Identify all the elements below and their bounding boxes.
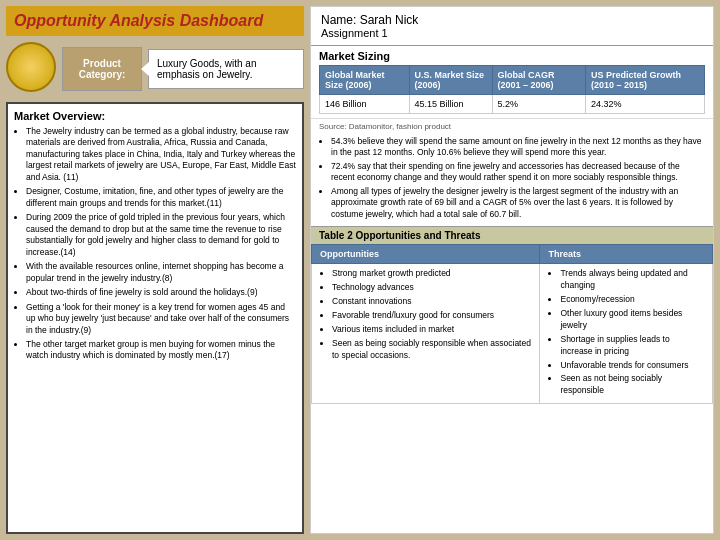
table-data-cell: 146 Billion <box>320 95 410 114</box>
table-data-cell: 45.15 Billion <box>409 95 492 114</box>
table-data-cell: 24.32% <box>586 95 705 114</box>
left-panel: Opportunity Analysis Dashboard Product C… <box>0 0 310 540</box>
threats-cell: Trends always being updated and changing… <box>540 264 713 404</box>
dashboard-title: Opportunity Analysis Dashboard <box>6 6 304 36</box>
list-item: Designer, Costume, imitation, fine, and … <box>26 186 296 209</box>
gold-circle-icon <box>6 42 56 92</box>
name-assignment-box: Name: Sarah Nick Assignment 1 <box>311 7 713 46</box>
assignment-label: Assignment 1 <box>321 27 703 39</box>
table-header-cell: Global Market Size (2006) <box>320 66 410 95</box>
list-item: Getting a 'look for their money' is a ke… <box>26 302 296 336</box>
list-item: Seen as not being sociably responsible <box>560 373 704 397</box>
threats-list: Trends always being updated and changing… <box>548 268 704 397</box>
list-item: 54.3% believe they will spend the same a… <box>331 136 705 159</box>
product-category-box: Product Category: Luxury Goods, with an … <box>6 42 304 96</box>
list-item: Technology advances <box>332 282 531 294</box>
list-item: About two-thirds of fine jewelry is sold… <box>26 287 296 298</box>
list-item: Various items included in market <box>332 324 531 336</box>
product-description: Luxury Goods, with an emphasis on Jewelr… <box>148 49 304 89</box>
list-item: Strong market growth predicted <box>332 268 531 280</box>
list-item: Favorable trend/luxury good for consumer… <box>332 310 531 322</box>
table-header-row: Global Market Size (2006)U.S. Market Siz… <box>320 66 705 95</box>
opp-threats-data-row: Strong market growth predictedTechnology… <box>312 264 713 404</box>
opportunities-cell: Strong market growth predictedTechnology… <box>312 264 540 404</box>
threats-header: Threats <box>540 245 713 264</box>
market-overview-box: Market Overview: The Jewelry industry ca… <box>6 102 304 534</box>
list-item: Constant innovations <box>332 296 531 308</box>
product-label: Product Category: <box>62 47 142 91</box>
list-item: Seen as being sociably responsible when … <box>332 338 531 362</box>
opportunities-list: Strong market growth predictedTechnology… <box>320 268 531 361</box>
list-item: The Jewelry industry can be termed as a … <box>26 126 296 183</box>
table-data-cell: 5.2% <box>492 95 586 114</box>
market-sizing-table: Global Market Size (2006)U.S. Market Siz… <box>319 65 705 114</box>
market-sizing-title: Market Sizing <box>319 50 705 62</box>
opp-threats-title: Table 2 Opportunities and Threats <box>311 226 713 244</box>
decorative-area <box>6 42 56 92</box>
list-item: Unfavorable trends for consumers <box>560 360 704 372</box>
source-text: Source: Datamonitor, fashion product <box>311 118 713 134</box>
table-data-row: 146 Billion45.15 Billion5.2%24.32% <box>320 95 705 114</box>
list-item: Economy/recession <box>560 294 704 306</box>
page-wrapper: Opportunity Analysis Dashboard Product C… <box>0 0 720 540</box>
table-header-cell: US Predicted Growth (2010 – 2015) <box>586 66 705 95</box>
list-item: During 2009 the price of gold tripled in… <box>26 212 296 258</box>
market-overview-title: Market Overview: <box>14 110 296 122</box>
list-item: The other target market group is men buy… <box>26 339 296 362</box>
opp-threats-table: Opportunities Threats Strong market grow… <box>311 244 713 404</box>
table-header-cell: Global CAGR (2001 – 2006) <box>492 66 586 95</box>
list-item: Shortage in supplies leads to increase i… <box>560 334 704 358</box>
right-panel: Name: Sarah Nick Assignment 1 Market Siz… <box>310 6 714 534</box>
list-item: Trends always being updated and changing <box>560 268 704 292</box>
list-item: 72.4% say that their spending on fine je… <box>331 161 705 184</box>
product-description-text: Luxury Goods, with an emphasis on Jewelr… <box>157 58 257 80</box>
opportunities-header: Opportunities <box>312 245 540 264</box>
market-sizing-section: Market Sizing Global Market Size (2006)U… <box>311 46 713 118</box>
bullet-points-list: 54.3% believe they will spend the same a… <box>319 136 705 220</box>
opp-threats-header-row: Opportunities Threats <box>312 245 713 264</box>
list-item: Among all types of jewelry the designer … <box>331 186 705 220</box>
student-name: Name: Sarah Nick <box>321 13 703 27</box>
market-overview-list: The Jewelry industry can be termed as a … <box>14 126 296 362</box>
bullet-points-section: 54.3% believe they will spend the same a… <box>311 134 713 226</box>
table-header-cell: U.S. Market Size (2006) <box>409 66 492 95</box>
list-item: Other luxury good items besides jewelry <box>560 308 704 332</box>
list-item: With the available resources online, int… <box>26 261 296 284</box>
